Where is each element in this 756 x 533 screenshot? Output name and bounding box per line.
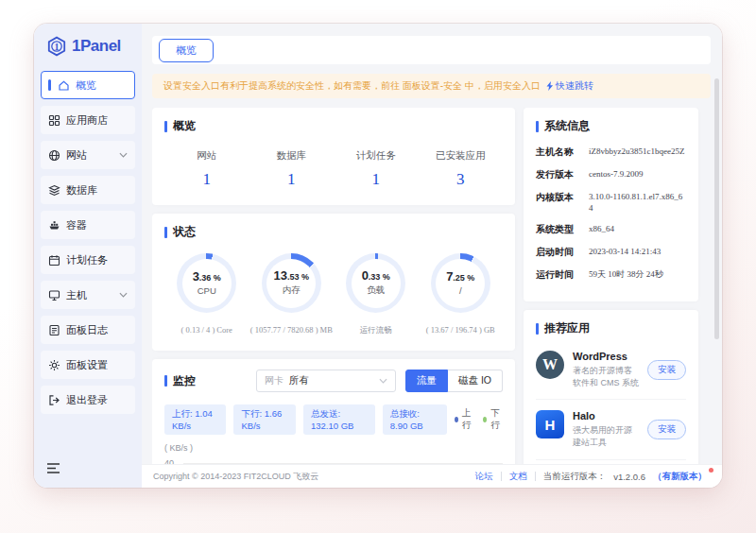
- chart-legend: 上行 下行: [455, 407, 503, 432]
- disk-io-button[interactable]: 磁盘 IO: [448, 370, 503, 392]
- network-card-select[interactable]: 网卡 所有: [256, 370, 396, 392]
- forum-link[interactable]: 论坛: [475, 471, 493, 483]
- card-title-overview: 概览: [164, 118, 503, 134]
- sidebar-item-label: 面板设置: [66, 358, 108, 372]
- chevron-down-icon: [379, 378, 387, 384]
- sidebar-item-label: 面板日志: [66, 323, 108, 337]
- brand-logo[interactable]: 1 1Panel: [34, 24, 142, 62]
- wordpress-logo-icon: W: [536, 351, 564, 379]
- sidebar-item-label: 容器: [66, 218, 87, 232]
- legend-upload[interactable]: 上行: [455, 407, 474, 432]
- system-info-card: 系统信息 主机名称 iZ8vbbyz2u3851c1bqee25Z 发行版本 c…: [524, 108, 698, 301]
- sidebar: 1 1Panel 概览 应用商店: [34, 24, 142, 488]
- tab-overview[interactable]: 概览: [159, 39, 214, 62]
- system-info-rows: 主机名称 iZ8vbbyz2u3851c1bqee25Z 发行版本 centos…: [536, 146, 686, 282]
- card-title-status: 状态: [164, 224, 503, 240]
- card-title-apps: 推荐应用: [536, 320, 686, 336]
- install-wordpress-button[interactable]: 安装: [647, 360, 686, 380]
- monitor-controls: 网卡 所有 流量 磁盘 IO: [256, 370, 503, 392]
- disk-caption: ( 13.67 / 196.74 ) GB: [426, 325, 495, 335]
- status-gauges: 3.36 % CPU ( 0.13 / 4 ) Core 13.53 %: [164, 253, 503, 340]
- sidebar-item-container[interactable]: 容器: [41, 211, 135, 239]
- recommended-apps-card: 推荐应用 W WordPress 著名的开源博客软件和 CMS 系统 安装 H: [524, 310, 698, 488]
- monitor-header: 监控 网卡 所有: [164, 370, 503, 392]
- overview-card: 概览 网站 1 数据库 1 计划任务: [152, 108, 515, 205]
- sidebar-item-host[interactable]: 主机: [41, 281, 135, 309]
- row-arch: 系统类型 x86_64: [536, 223, 686, 236]
- version-label: 当前运行版本：: [543, 471, 607, 483]
- schedule-icon: [48, 254, 60, 266]
- y-axis-unit: ( KB/s ): [164, 443, 503, 453]
- tab-bar: 概览: [152, 36, 711, 64]
- sidebar-item-database[interactable]: 数据库: [41, 176, 135, 204]
- stat-value-link[interactable]: 3: [419, 170, 504, 189]
- total-received-badge: 总接收: 8.90 GB: [383, 404, 447, 435]
- sidebar-item-panel-settings[interactable]: 面板设置: [41, 351, 135, 379]
- page-background: 1 1Panel 概览 应用商店: [0, 0, 756, 533]
- sidebar-collapse-button[interactable]: [46, 461, 60, 478]
- gauge-cpu: 3.36 % CPU ( 0.13 / 4 ) Core: [164, 253, 249, 340]
- stat-value-link[interactable]: 1: [249, 170, 335, 189]
- overview-stats: 网站 1 数据库 1 计划任务 1: [164, 149, 503, 189]
- row-release: 发行版本 centos-7.9.2009: [536, 168, 686, 181]
- divider: [535, 472, 536, 481]
- load-caption: 运行流畅: [360, 325, 392, 336]
- version-value: v1.2.0.6: [613, 472, 645, 482]
- sidebar-menu: 概览 应用商店 网站: [34, 71, 142, 414]
- legend-dot-upload: [455, 417, 458, 422]
- title-accent-bar: [536, 121, 539, 132]
- left-column: 概览 网站 1 数据库 1 计划任务: [152, 108, 515, 488]
- sidebar-item-panel-logs[interactable]: 面板日志: [41, 316, 135, 344]
- sidebar-item-logout[interactable]: 退出登录: [41, 386, 135, 414]
- cpu-donut-gauge: 3.36 % CPU: [177, 253, 236, 313]
- legend-dot-download: [483, 417, 487, 422]
- new-version-link[interactable]: （有新版本）: [653, 471, 707, 483]
- chevron-down-icon: [119, 152, 128, 158]
- title-accent-bar: [164, 121, 167, 132]
- divider: [501, 472, 502, 481]
- lightning-icon: [546, 81, 554, 91]
- row-boot-time: 启动时间 2023-03-14 14:21:43: [536, 246, 686, 259]
- title-accent-bar: [536, 323, 539, 335]
- scrollbar-thumb[interactable]: [714, 78, 719, 339]
- card-title-system-info: 系统信息: [536, 118, 686, 134]
- title-accent-bar: [164, 227, 167, 238]
- stat-databases: 数据库 1: [249, 149, 335, 189]
- svg-text:1: 1: [55, 42, 60, 52]
- traffic-button[interactable]: 流量: [405, 370, 448, 392]
- stat-value-link[interactable]: 1: [164, 170, 249, 189]
- copyright-text: Copyright © 2014-2023 FIT2CLOUD 飞致云: [153, 471, 318, 483]
- app-row-wordpress: W WordPress 著名的开源博客软件和 CMS 系统 安装: [536, 340, 686, 399]
- footer-right: 论坛 文档 当前运行版本： v1.2.0.6 （有新版本）: [475, 471, 707, 483]
- sidebar-item-overview[interactable]: 概览: [41, 71, 135, 99]
- load-donut-gauge: 0.33 % 负载: [346, 253, 405, 313]
- alert-text: 设置安全入口有利于提高系统的安全性，如有需要，前往 面板设置-安全 中，启用安全…: [163, 79, 541, 93]
- stat-websites: 网站 1: [164, 149, 249, 189]
- upload-rate-badge: 上行: 1.04 KB/s: [164, 404, 226, 435]
- app-window: 1 1Panel 概览 应用商店: [34, 24, 722, 488]
- docs-link[interactable]: 文档: [509, 471, 527, 483]
- install-halo-button[interactable]: 安装: [647, 420, 686, 439]
- sidebar-item-cronjob[interactable]: 计划任务: [41, 246, 135, 274]
- title-accent-bar: [164, 375, 167, 387]
- legend-download[interactable]: 下行: [483, 407, 503, 432]
- sidebar-item-label: 应用商店: [66, 113, 108, 128]
- settings-icon: [48, 359, 60, 371]
- card-title-monitor: 监控: [164, 373, 196, 389]
- dashboard-columns: 概览 网站 1 数据库 1 计划任务: [152, 108, 711, 488]
- notification-dot: [709, 468, 713, 473]
- sidebar-item-app-store[interactable]: 应用商店: [41, 106, 135, 134]
- monitor-mode-toggle: 流量 磁盘 IO: [405, 370, 503, 392]
- sidebar-item-website[interactable]: 网站: [41, 141, 135, 169]
- gauge-load: 0.33 % 负载 运行流畅: [334, 253, 419, 340]
- chevron-down-icon: [119, 292, 128, 298]
- stat-value-link[interactable]: 1: [334, 170, 419, 189]
- quick-jump-link[interactable]: 快速跳转: [546, 79, 593, 93]
- row-hostname: 主机名称 iZ8vbbyz2u3851c1bqee25Z: [536, 146, 686, 159]
- status-card: 状态 3.36 % CPU ( 0.13 / 4 ) Core: [152, 214, 515, 351]
- gauge-disk: 7.25 % / ( 13.67 / 196.74 ) GB: [419, 253, 504, 340]
- memory-caption: ( 1057.77 / 7820.68 ) MB: [250, 325, 333, 335]
- active-indicator: [48, 79, 51, 91]
- main-content: 概览 设置安全入口有利于提高系统的安全性，如有需要，前往 面板设置-安全 中，启…: [142, 24, 722, 488]
- database-icon: [48, 184, 60, 197]
